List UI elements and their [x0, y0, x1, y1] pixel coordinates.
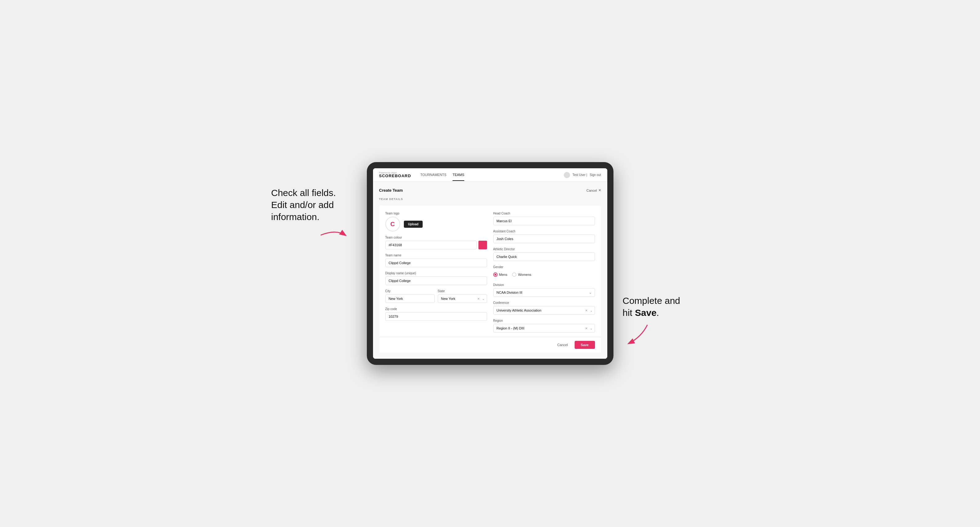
tablet-device: Powered by clippd SCOREBOARD TOURNAMENTS… — [367, 162, 614, 365]
save-button[interactable]: Save — [574, 341, 595, 349]
left-annotation: Check all fields.Edit and/or addinformat… — [271, 187, 364, 244]
state-subgroup: State New York ✕ ⌄ — [438, 289, 487, 303]
region-select-wrap: Region II - (M) DIII ✕ ⌄ — [493, 324, 595, 333]
right-annotation: Complete andhit Save. — [623, 295, 709, 346]
gender-mens-radio[interactable] — [493, 273, 498, 277]
nav-right: Test User | Sign out — [564, 172, 601, 178]
state-select[interactable]: New York — [438, 294, 487, 303]
city-subgroup: City — [385, 289, 435, 303]
logo-circle: C — [385, 217, 400, 232]
conference-select-wrap: University Athletic Association ✕ ⌄ — [493, 306, 595, 315]
team-name-label: Team name — [385, 254, 487, 257]
head-coach-label: Head Coach — [493, 212, 595, 215]
sign-out-link[interactable]: Sign out — [590, 173, 601, 176]
gender-womens-option[interactable]: Womens — [512, 273, 531, 277]
display-name-group: Display name (unique) — [385, 271, 487, 285]
color-input-wrap — [385, 241, 487, 249]
team-name-group: Team name — [385, 254, 487, 267]
form-panel: Team logo C Upload Team colo — [379, 206, 601, 352]
conference-clear-button[interactable]: ✕ — [585, 309, 587, 312]
team-logo-group: Team logo C Upload — [385, 212, 487, 232]
state-label: State — [438, 289, 487, 293]
user-name: Test User | — [573, 173, 587, 176]
city-state-group: City State New York — [385, 289, 487, 303]
logo-text: SCOREBOARD — [379, 174, 411, 178]
city-state-row: City State New York — [385, 289, 487, 303]
city-label: City — [385, 289, 435, 293]
team-colour-label: Team colour — [385, 236, 487, 239]
region-select[interactable]: Region II - (M) DIII — [493, 324, 595, 333]
division-select-wrap: NCAA Division III — [493, 288, 595, 297]
head-coach-input[interactable] — [493, 217, 595, 225]
gender-radio-group: Mens Womens — [493, 270, 595, 279]
form-right: Head Coach Assistant Coach Athletic Dire… — [493, 212, 595, 337]
state-clear-button[interactable]: ✕ — [477, 297, 480, 300]
athletic-director-label: Athletic Director — [493, 248, 595, 251]
zip-label: Zip code — [385, 307, 487, 311]
city-input[interactable] — [385, 294, 435, 303]
zip-code-group: Zip code — [385, 307, 487, 321]
region-clear-button[interactable]: ✕ — [585, 327, 587, 330]
nav-tournaments[interactable]: TOURNAMENTS — [420, 169, 446, 181]
form-grid: Team logo C Upload Team colo — [385, 212, 595, 337]
team-logo-label: Team logo — [385, 212, 487, 215]
region-group: Region Region II - (M) DIII ✕ ⌄ — [493, 319, 595, 333]
gender-womens-radio[interactable] — [512, 273, 516, 277]
nav-teams[interactable]: TEAMS — [453, 169, 464, 181]
division-select[interactable]: NCAA Division III — [493, 288, 595, 297]
state-select-wrap: New York ✕ ⌄ — [438, 294, 487, 303]
division-group: Division NCAA Division III — [493, 283, 595, 297]
form-footer: Cancel Save — [379, 337, 601, 352]
cancel-header-button[interactable]: Cancel ✕ — [586, 188, 601, 192]
section-label: TEAM DETAILS — [379, 198, 601, 201]
logo-area: C Upload — [385, 217, 487, 232]
gender-womens-label: Womens — [518, 273, 531, 276]
app-logo: Powered by clippd SCOREBOARD — [379, 171, 411, 178]
team-colour-input[interactable] — [385, 241, 477, 249]
assistant-coach-group: Assistant Coach — [493, 230, 595, 243]
main-content: Create Team Cancel ✕ TEAM DETAILS — [373, 182, 607, 359]
nav-links: TOURNAMENTS TEAMS — [420, 169, 564, 181]
display-name-label: Display name (unique) — [385, 271, 487, 275]
gender-group: Gender Mens Womens — [493, 265, 595, 279]
gender-label: Gender — [493, 265, 595, 269]
gender-mens-option[interactable]: Mens — [493, 273, 508, 277]
cancel-label: Cancel — [586, 189, 597, 192]
athletic-director-input[interactable] — [493, 252, 595, 261]
team-colour-group: Team colour — [385, 236, 487, 249]
head-coach-group: Head Coach — [493, 212, 595, 225]
page-header: Create Team Cancel ✕ — [379, 188, 601, 193]
conference-select[interactable]: University Athletic Association — [493, 306, 595, 315]
athletic-director-group: Athletic Director — [493, 248, 595, 261]
assistant-coach-label: Assistant Coach — [493, 230, 595, 233]
page-title: Create Team — [379, 188, 403, 193]
region-label: Region — [493, 319, 595, 322]
assistant-coach-input[interactable] — [493, 235, 595, 243]
form-left: Team logo C Upload Team colo — [385, 212, 487, 337]
gender-mens-label: Mens — [499, 273, 508, 276]
cancel-button[interactable]: Cancel — [554, 341, 571, 349]
conference-group: Conference University Athletic Associati… — [493, 301, 595, 315]
user-avatar — [564, 172, 570, 178]
logo-letter: C — [390, 221, 395, 228]
zip-input[interactable] — [385, 312, 487, 321]
color-swatch[interactable] — [479, 241, 487, 249]
conference-label: Conference — [493, 301, 595, 305]
team-name-input[interactable] — [385, 259, 487, 267]
division-label: Division — [493, 283, 595, 287]
close-icon: ✕ — [598, 188, 601, 192]
display-name-input[interactable] — [385, 276, 487, 285]
tablet-screen: Powered by clippd SCOREBOARD TOURNAMENTS… — [373, 168, 607, 359]
upload-button[interactable]: Upload — [404, 221, 423, 228]
navbar: Powered by clippd SCOREBOARD TOURNAMENTS… — [373, 168, 607, 182]
